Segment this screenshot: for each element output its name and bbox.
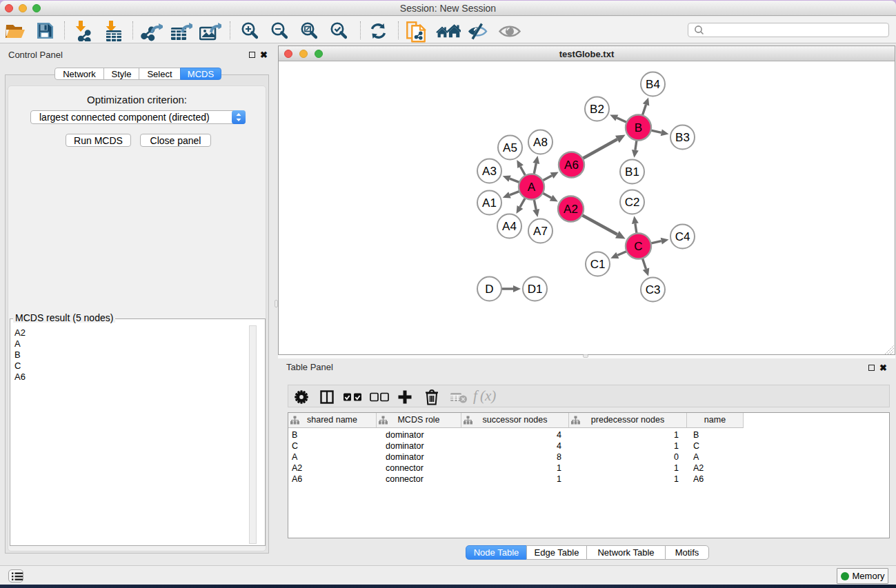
svg-text:B1: B1 (625, 165, 639, 179)
svg-text:D: D (485, 283, 493, 296)
svg-text:A1: A1 (482, 196, 497, 210)
svg-text:B3: B3 (675, 131, 690, 144)
svg-text:A6: A6 (564, 159, 579, 172)
svg-text:B: B (635, 121, 642, 134)
svg-text:A4: A4 (502, 220, 517, 233)
svg-text:B2: B2 (590, 103, 604, 116)
svg-text:C1: C1 (590, 258, 606, 271)
svg-text:A2: A2 (564, 203, 578, 216)
svg-text:D1: D1 (528, 283, 543, 296)
svg-text:C3: C3 (646, 283, 661, 296)
svg-text:C4: C4 (675, 230, 690, 243)
svg-text:A5: A5 (503, 141, 517, 154)
svg-text:A: A (528, 181, 536, 194)
svg-text:B4: B4 (646, 78, 660, 91)
svg-text:A3: A3 (482, 165, 497, 178)
svg-text:C: C (634, 240, 642, 253)
svg-text:A7: A7 (533, 225, 548, 238)
svg-text:A8: A8 (533, 136, 548, 149)
svg-text:C2: C2 (625, 196, 640, 209)
